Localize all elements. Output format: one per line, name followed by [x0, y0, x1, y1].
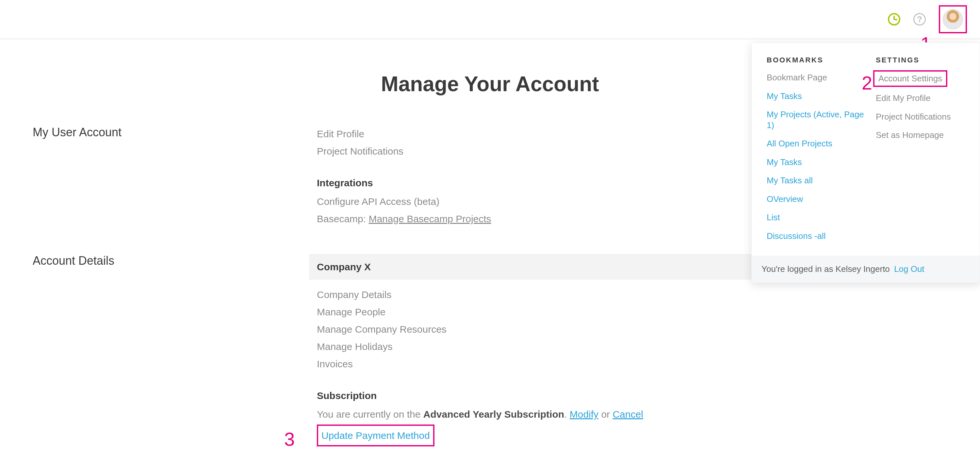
top-bar: ? — [0, 0, 980, 39]
my-tasks-link[interactable]: My Tasks — [767, 91, 864, 102]
dd-project-notifications-link[interactable]: Project Notifications — [876, 112, 973, 122]
settings-heading: SETTINGS — [876, 56, 973, 64]
annotation-2: 2 — [862, 72, 872, 94]
modify-link[interactable]: Modify — [570, 409, 598, 420]
help-icon[interactable]: ? — [913, 13, 926, 26]
invoices-link[interactable]: Invoices — [317, 356, 872, 372]
manage-people-link[interactable]: Manage People — [317, 303, 872, 320]
dropdown-footer: You're logged in as Kelsey Ingerto Log O… — [752, 255, 980, 283]
overview-link[interactable]: OVerview — [767, 194, 864, 204]
footer-name: Kelsey Ingerto — [835, 264, 890, 274]
sub-period: . — [564, 409, 570, 420]
basecamp-link[interactable]: Manage Basecamp Projects — [369, 214, 491, 224]
or-text: or — [598, 409, 612, 420]
clock-icon[interactable] — [888, 13, 900, 26]
page-title: Manage Your Account — [261, 72, 719, 96]
list-link[interactable]: List — [767, 212, 864, 223]
discussions-link[interactable]: Discussions -all — [767, 231, 864, 241]
logout-link[interactable]: Log Out — [894, 264, 924, 274]
annotation-3: 3 — [284, 428, 295, 450]
update-payment-link[interactable]: Update Payment Method — [317, 424, 434, 447]
account-settings-link[interactable]: Account Settings — [873, 70, 947, 87]
bookmarks-column: BOOKMARKS Bookmark Page My Tasks My Proj… — [758, 53, 864, 249]
basecamp-prefix: Basecamp: — [317, 214, 369, 224]
user-avatar[interactable] — [943, 9, 963, 29]
manage-holidays-link[interactable]: Manage Holidays — [317, 338, 872, 355]
my-tasks-all-link[interactable]: My Tasks all — [767, 175, 864, 186]
cancel-link[interactable]: Cancel — [612, 409, 643, 420]
my-tasks-link-2[interactable]: My Tasks — [767, 157, 864, 168]
bookmark-page-link[interactable]: Bookmark Page — [767, 72, 864, 83]
my-projects-link[interactable]: My Projects (Active, Page 1) — [767, 109, 864, 130]
company-details-link[interactable]: Company Details — [317, 286, 872, 303]
avatar-highlight — [939, 5, 967, 34]
subscription-heading: Subscription — [317, 387, 872, 404]
sub-prefix: You are currently on the — [317, 409, 423, 420]
manage-resources-link[interactable]: Manage Company Resources — [317, 321, 872, 338]
account-details-label: Account Details — [33, 254, 317, 268]
settings-column: SETTINGS Account Settings Edit My Profil… — [867, 53, 973, 249]
all-open-projects-link[interactable]: All Open Projects — [767, 138, 864, 149]
footer-prefix: You're logged in as — [762, 264, 835, 274]
bookmarks-heading: BOOKMARKS — [767, 56, 864, 64]
plan-name: Advanced Yearly Subscription — [423, 409, 564, 420]
edit-my-profile-link[interactable]: Edit My Profile — [876, 93, 973, 104]
set-homepage-link[interactable]: Set as Homepage — [876, 130, 973, 140]
user-account-label: My User Account — [33, 126, 317, 139]
